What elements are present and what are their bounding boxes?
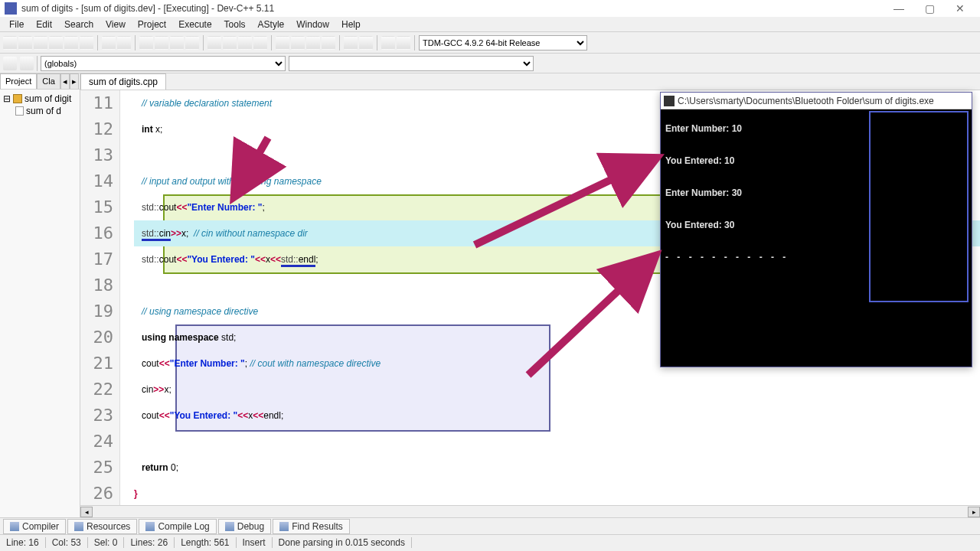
tab-findresults[interactable]: Find Results	[273, 519, 350, 534]
console-icon	[664, 96, 675, 106]
toolbar-separator	[135, 35, 136, 51]
status-length: Length: 561	[175, 537, 236, 548]
status-line: Line: 16	[0, 537, 46, 548]
find-button[interactable]	[139, 36, 153, 50]
sidebar-tab-left[interactable]: ◂	[60, 73, 70, 89]
status-lines: Lines: 26	[124, 537, 175, 548]
profile-button[interactable]	[306, 36, 320, 50]
output-tabs: Compiler Resources Compile Log Debug Fin…	[0, 517, 980, 534]
stop-button[interactable]	[291, 36, 305, 50]
toolbar-separator	[414, 35, 415, 51]
compile-button[interactable]	[207, 36, 221, 50]
compiler-select[interactable]: TDM-GCC 4.9.2 64-bit Release	[419, 35, 587, 51]
console-title: C:\Users\smarty\Documents\Bluetooth Fold…	[678, 96, 934, 106]
saveall-button[interactable]	[49, 36, 63, 50]
rebuild-button[interactable]	[253, 36, 267, 50]
project-file-label: sum of d	[26, 106, 61, 116]
toolbar-separator	[203, 35, 204, 51]
menu-help[interactable]: Help	[335, 18, 367, 31]
menu-view[interactable]: View	[100, 18, 132, 31]
window-titlebar: sum of digits - [sum of digits.dev] - [E…	[0, 0, 980, 17]
resources-icon	[74, 522, 83, 531]
minimize-button[interactable]: —	[884, 2, 914, 15]
sidebar-tab-classes[interactable]: Cla	[37, 73, 60, 89]
classbrowser-button[interactable]	[20, 57, 34, 70]
status-sel: Sel: 0	[88, 537, 125, 548]
class-toolbar: (globals)	[0, 54, 980, 73]
globals-select[interactable]: (globals)	[41, 56, 286, 71]
newclass-button[interactable]	[3, 57, 17, 70]
console-titlebar[interactable]: C:\Users\smarty\Documents\Bluetooth Fold…	[661, 93, 972, 109]
tab-compilelog[interactable]: Compile Log	[139, 519, 216, 534]
status-insert: Insert	[237, 537, 273, 548]
compiler-icon	[10, 522, 19, 531]
close-button[interactable]: ✕	[945, 2, 975, 15]
cross-button[interactable]	[359, 36, 373, 50]
new-button[interactable]	[3, 36, 17, 50]
menu-tools[interactable]: Tools	[218, 18, 252, 31]
status-col: Col: 53	[46, 537, 88, 548]
toolbar-separator	[97, 35, 98, 51]
menu-execute[interactable]: Execute	[172, 18, 217, 31]
project-name-label: sum of digit	[24, 93, 71, 104]
project-file[interactable]: sum of d	[3, 105, 77, 117]
main-toolbar: TDM-GCC 4.9.2 64-bit Release	[0, 32, 980, 54]
members-select[interactable]	[289, 56, 534, 71]
console-window[interactable]: C:\Users\smarty\Documents\Bluetooth Fold…	[660, 92, 972, 367]
menu-astyle[interactable]: AStyle	[252, 18, 291, 31]
tab-debug[interactable]: Debug	[218, 519, 271, 534]
console-output: Enter Number: 10 You Entered: 10 Enter N…	[661, 109, 972, 276]
menubar: File Edit Search View Project Execute To…	[0, 17, 980, 32]
redo-button[interactable]	[117, 36, 131, 50]
debug-icon	[225, 522, 234, 531]
tab-resources[interactable]: Resources	[67, 519, 137, 534]
menu-search[interactable]: Search	[58, 18, 100, 31]
project-root[interactable]: ⊟ sum of digit	[3, 93, 77, 105]
toolbar-separator	[339, 35, 340, 51]
app-icon	[5, 2, 17, 15]
menu-project[interactable]: Project	[132, 18, 172, 31]
print-button[interactable]	[80, 36, 93, 50]
project-sidebar: Project Cla ◂ ▸ ⊟ sum of digit sum of d	[0, 73, 80, 517]
menu-window[interactable]: Window	[290, 18, 335, 31]
editor-tab[interactable]: sum of digits.cpp	[80, 73, 166, 90]
status-bar: Line: 16 Col: 53 Sel: 0 Lines: 26 Length…	[0, 534, 980, 549]
save-button[interactable]	[34, 36, 47, 50]
compilelog-icon	[145, 522, 155, 531]
line-gutter: 1112 1314 1516 1718 1920 2122 2324 2526	[80, 90, 120, 505]
tab-compiler[interactable]: Compiler	[3, 519, 66, 534]
findnext-button[interactable]	[170, 36, 184, 50]
toolbar-separator	[271, 35, 272, 51]
replace-button[interactable]	[155, 36, 168, 50]
sidebar-tab-right[interactable]: ▸	[70, 73, 79, 89]
compilerun-button[interactable]	[238, 36, 252, 50]
chart-button[interactable]	[381, 36, 395, 50]
debug-button[interactable]	[276, 36, 289, 50]
sidebar-tab-project[interactable]: Project	[0, 73, 37, 89]
check-button[interactable]	[344, 36, 358, 50]
menu-edit[interactable]: Edit	[30, 18, 58, 31]
status-parse: Done parsing in 0.015 seconds	[273, 537, 412, 548]
scroll-left-icon[interactable]: ◂	[80, 507, 93, 517]
maximize-button[interactable]: ▢	[914, 2, 945, 15]
window-title: sum of digits - [sum of digits.dev] - [E…	[21, 3, 884, 14]
menu-file[interactable]: File	[3, 18, 30, 31]
toolbar-separator	[37, 56, 38, 71]
toolbar-separator	[377, 35, 377, 51]
file-icon	[15, 106, 24, 116]
open-button[interactable]	[18, 36, 32, 50]
findresults-icon	[279, 522, 289, 531]
scroll-right-icon[interactable]: ▸	[968, 507, 980, 517]
run-button[interactable]	[223, 36, 237, 50]
options-button[interactable]	[397, 36, 410, 50]
undo-button[interactable]	[102, 36, 116, 50]
close-file-button[interactable]	[64, 36, 78, 50]
goto-button[interactable]	[185, 36, 199, 50]
folder-icon	[13, 94, 22, 103]
delete-profile-button[interactable]	[322, 36, 335, 50]
horizontal-scrollbar[interactable]: ◂ ▸	[80, 505, 980, 517]
